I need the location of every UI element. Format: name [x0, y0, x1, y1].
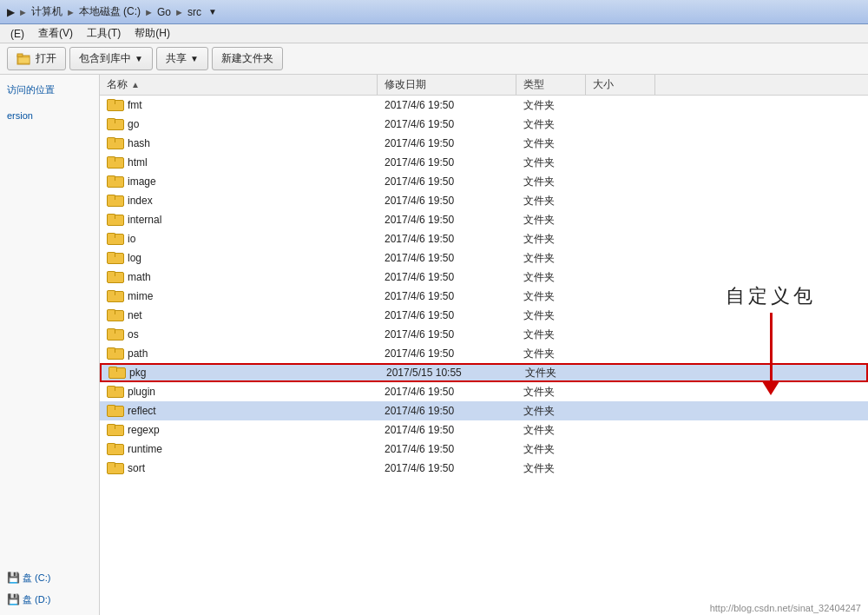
share-label: 共享	[166, 51, 187, 66]
file-date-cell: 2017/4/6 19:50	[378, 96, 516, 115]
menu-tools[interactable]: 工具(T)	[80, 24, 128, 43]
breadcrumb-separator3: ►	[144, 7, 154, 17]
sidebar-drive-c[interactable]: 💾 盘 (C:)	[3, 570, 95, 586]
file-name-cell: io	[100, 229, 378, 248]
file-name: image	[128, 175, 156, 188]
breadcrumb: ▶ ► 计算机 ► 本地磁盘 (C:) ► Go ► src ▼	[7, 4, 217, 19]
file-size-cell	[586, 420, 655, 440]
file-size-cell	[586, 134, 655, 153]
menu-bar: (E) 查看(V) 工具(T) 帮助(H)	[0, 24, 868, 43]
col-type[interactable]: 类型	[516, 75, 586, 95]
menu-view[interactable]: 查看(V)	[31, 24, 80, 43]
table-row[interactable]: os2017/4/6 19:50文件夹	[100, 325, 868, 344]
file-size-cell	[586, 248, 655, 268]
file-name-cell: index	[100, 191, 378, 210]
file-area: 名称 ▲ 修改日期 类型 大小 fmt2017/4/6 19:50文件夹go20…	[100, 75, 868, 615]
include-dropdown-icon[interactable]: ▼	[135, 54, 143, 63]
file-size-cell	[586, 210, 655, 229]
sort-arrow: ▲	[131, 80, 140, 89]
file-date-cell: 2017/4/6 19:50	[378, 344, 516, 363]
file-date-cell: 2017/4/6 19:50	[378, 306, 516, 325]
folder-icon	[107, 309, 122, 321]
share-button[interactable]: 共享 ▼	[156, 47, 208, 70]
col-size[interactable]: 大小	[586, 75, 655, 95]
file-size-cell	[586, 115, 655, 134]
folder-icon	[107, 175, 122, 188]
table-row[interactable]: plugin2017/4/6 19:50文件夹	[100, 382, 868, 401]
open-button[interactable]: 打开	[7, 47, 66, 70]
table-row[interactable]: math2017/4/6 19:50文件夹	[100, 268, 868, 287]
file-type-cell: 文件夹	[516, 96, 586, 115]
file-type-cell: 文件夹	[516, 440, 586, 459]
table-row[interactable]: reflect2017/4/6 19:50文件夹	[100, 401, 868, 420]
file-name-cell: internal	[100, 210, 378, 229]
file-size-cell	[586, 153, 655, 172]
col-name[interactable]: 名称 ▲	[100, 75, 378, 95]
file-type-cell: 文件夹	[516, 172, 586, 191]
breadcrumb-item-computer[interactable]: ▶	[7, 6, 15, 18]
file-type-cell: 文件夹	[516, 401, 586, 420]
table-row[interactable]: hash2017/4/6 19:50文件夹	[100, 134, 868, 153]
sidebar-drive-d[interactable]: 💾 盘 (D:)	[3, 592, 95, 608]
menu-edit[interactable]: (E)	[3, 26, 31, 42]
breadcrumb-item-go[interactable]: Go	[157, 6, 171, 18]
file-size-cell	[586, 306, 655, 325]
file-size-cell	[588, 365, 657, 380]
file-name: reflect	[128, 405, 156, 417]
new-folder-label: 新建文件夹	[221, 51, 273, 66]
breadcrumb-item-src[interactable]: src	[187, 6, 201, 18]
table-row[interactable]: pkg2017/5/15 10:55文件夹	[100, 363, 868, 382]
table-row[interactable]: log2017/4/6 19:50文件夹	[100, 248, 868, 268]
file-date-cell: 2017/4/6 19:50	[378, 115, 516, 134]
file-name-cell: plugin	[100, 382, 378, 401]
menu-help[interactable]: 帮助(H)	[128, 24, 177, 43]
table-row[interactable]: io2017/4/6 19:50文件夹	[100, 229, 868, 248]
sidebar-version[interactable]: ersion	[3, 109, 95, 122]
table-row[interactable]: net2017/4/6 19:50文件夹	[100, 306, 868, 325]
breadcrumb-dropdown[interactable]: ▼	[208, 7, 217, 17]
file-date-cell: 2017/4/6 19:50	[378, 382, 516, 401]
folder-icon	[107, 214, 122, 226]
table-row[interactable]: sort2017/4/6 19:50文件夹	[100, 459, 868, 478]
table-row[interactable]: go2017/4/6 19:50文件夹	[100, 115, 868, 134]
table-row[interactable]: html2017/4/6 19:50文件夹	[100, 153, 868, 172]
file-date-cell: 2017/4/6 19:50	[378, 248, 516, 268]
column-header: 名称 ▲ 修改日期 类型 大小	[100, 75, 868, 96]
col-date[interactable]: 修改日期	[378, 75, 516, 95]
file-name-cell: math	[100, 268, 378, 287]
include-button[interactable]: 包含到库中 ▼	[69, 47, 153, 70]
table-row[interactable]: path2017/4/6 19:50文件夹	[100, 344, 868, 363]
table-row[interactable]: index2017/4/6 19:50文件夹	[100, 191, 868, 210]
table-row[interactable]: internal2017/4/6 19:50文件夹	[100, 210, 868, 229]
breadcrumb-item-computer-label[interactable]: 计算机	[31, 4, 62, 19]
share-dropdown-icon[interactable]: ▼	[190, 54, 199, 63]
new-folder-button[interactable]: 新建文件夹	[212, 47, 283, 70]
file-name-cell: mime	[100, 287, 378, 306]
breadcrumb-item-c[interactable]: 本地磁盘 (C:)	[79, 4, 141, 19]
sidebar-version-section: ersion	[3, 109, 95, 122]
folder-icon	[107, 290, 122, 302]
file-type-cell: 文件夹	[516, 115, 586, 134]
table-row[interactable]: mime2017/4/6 19:50文件夹	[100, 287, 868, 306]
folder-icon	[107, 233, 122, 245]
file-name-cell: go	[100, 115, 378, 134]
sidebar-recent-section: 访问的位置	[3, 82, 95, 98]
folder-icon	[107, 252, 122, 264]
file-date-cell: 2017/4/6 19:50	[378, 229, 516, 248]
table-row[interactable]: runtime2017/4/6 19:50文件夹	[100, 440, 868, 459]
file-name: html	[128, 156, 148, 169]
sidebar-recent[interactable]: 访问的位置	[3, 82, 95, 98]
folder-icon	[107, 386, 122, 398]
file-name: go	[128, 118, 139, 130]
file-size-cell	[586, 229, 655, 248]
table-row[interactable]: image2017/4/6 19:50文件夹	[100, 172, 868, 191]
file-name-cell: os	[100, 325, 378, 344]
sidebar: 访问的位置 ersion 💾 盘 (C:) 💾 盘 (D:)	[0, 75, 100, 615]
file-size-cell	[586, 325, 655, 344]
drive-c-icon: 💾	[7, 572, 20, 584]
table-row[interactable]: regexp2017/4/6 19:50文件夹	[100, 420, 868, 440]
table-row[interactable]: fmt2017/4/6 19:50文件夹	[100, 96, 868, 115]
file-date-cell: 2017/4/6 19:50	[378, 268, 516, 287]
file-date-cell: 2017/4/6 19:50	[378, 210, 516, 229]
file-size-cell	[586, 401, 655, 420]
